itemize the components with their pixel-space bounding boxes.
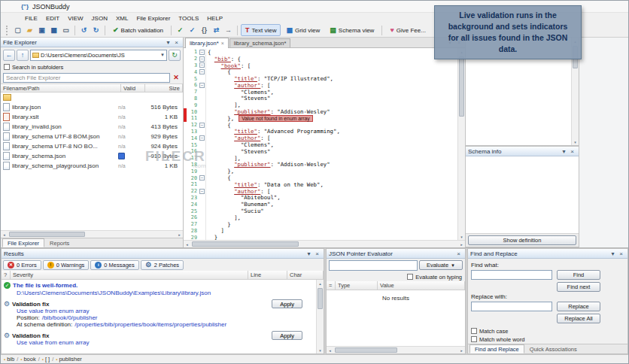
find-button[interactable]: Find xyxy=(557,270,600,280)
scroll-thumb[interactable] xyxy=(335,347,397,353)
fold-collapse-icon[interactable]: − xyxy=(199,56,205,62)
editor-line-23[interactable]: 23 "Abiteboul", xyxy=(184,195,457,202)
patches-filter-button[interactable]: ⚙2 Patches xyxy=(141,260,184,270)
redo-icon[interactable]: ↻ xyxy=(90,25,102,36)
open-file-icon[interactable]: ▰ xyxy=(24,25,35,36)
menu-file-explorer[interactable]: File Explorer xyxy=(132,14,174,23)
editor-line-11[interactable]: 11 },Value not found in enum array xyxy=(184,115,457,122)
search-input[interactable] xyxy=(3,73,170,83)
find-next-button[interactable]: Find next xyxy=(557,282,600,292)
back-button[interactable]: ← xyxy=(3,50,15,61)
json-pointer-input[interactable] xyxy=(329,260,418,271)
breadcrumb-segment[interactable]: ▪bib xyxy=(4,356,14,362)
close-icon[interactable]: × xyxy=(313,250,321,257)
result-file-path[interactable]: D:\Users\Clemens\Documents\JSONBuddy\Exa… xyxy=(17,290,211,296)
menu-json[interactable]: JSON xyxy=(88,14,111,23)
editor-line-21[interactable]: 21 "title": "Data on the Web", xyxy=(184,181,457,188)
fold-collapse-icon[interactable]: − xyxy=(199,189,205,194)
editor-line-15[interactable]: 15 "Clemens", xyxy=(184,141,457,148)
find-replace-header[interactable]: Find and Replace ▾ × xyxy=(468,249,627,259)
file-row[interactable]: library_schema UTF-8 NO BO...n/a924 Byte… xyxy=(1,141,183,151)
file-row[interactable]: library_schema.json910 Bytes xyxy=(1,151,183,161)
chevron-down-icon[interactable]: ▾ xyxy=(305,250,313,257)
editor-line-10[interactable]: 10 "publisher": "Addison-Wesley" xyxy=(184,108,457,115)
errors-filter-button[interactable]: ✕0 Errors xyxy=(3,260,41,270)
print-icon[interactable]: ▭ xyxy=(60,25,71,36)
scroll-thumb[interactable] xyxy=(9,232,85,237)
editor-line-4[interactable]: 4− { xyxy=(184,68,457,75)
fix-action[interactable]: Use value from enum array xyxy=(17,339,89,346)
check-well-formed-icon[interactable]: ✓ xyxy=(187,25,198,36)
menu-view[interactable]: VIEW xyxy=(64,14,87,23)
option-match-case[interactable]: Match case xyxy=(471,327,624,335)
validation-error-message[interactable]: Value not found in enum array xyxy=(239,115,313,122)
scroll-right-icon[interactable]: ▸ xyxy=(176,231,183,238)
results-column-char[interactable]: Char xyxy=(287,271,324,279)
fold-collapse-icon[interactable]: − xyxy=(199,50,205,55)
evaluator-column-type[interactable]: Type xyxy=(336,281,378,290)
results-column-severity[interactable]: Severity xyxy=(11,271,248,279)
menu-help[interactable]: HELP xyxy=(203,14,226,23)
option-match-whole-word[interactable]: Match whole word xyxy=(471,335,624,343)
tab-find-and-replace[interactable]: Find and Replace xyxy=(469,344,524,353)
fix-action[interactable]: Use value from enum array xyxy=(17,308,89,314)
replace-all-button[interactable]: Replace All xyxy=(557,314,600,323)
evaluator-column-value[interactable]: Value xyxy=(378,281,465,290)
replace-button[interactable]: Replace xyxy=(557,302,600,311)
apply-fix-button[interactable]: Apply xyxy=(272,299,302,308)
checkbox-icon[interactable] xyxy=(4,64,10,70)
json-pointer-icon[interactable]: → xyxy=(223,25,234,36)
warnings-filter-button[interactable]: !0 Warnings xyxy=(43,260,90,270)
menu-edit[interactable]: EDIT xyxy=(42,14,63,23)
file-list-hscrollbar[interactable]: ◂ ▸ xyxy=(1,230,183,238)
editor-tab-library-json[interactable]: library.json*× xyxy=(185,38,229,48)
results-header[interactable]: Results ▾ × xyxy=(2,249,324,259)
editor-line-29[interactable]: 29 } xyxy=(184,234,457,240)
schema-view-button[interactable]: ▤Schema view xyxy=(325,24,378,36)
path-combobox[interactable]: D:\Users\Clemens\Documents\JS ▼ xyxy=(30,50,167,61)
schema-icon[interactable]: {} xyxy=(199,25,210,36)
tab-quick-associations[interactable]: Quick Associations xyxy=(524,344,582,353)
editor-hscrollbar[interactable]: ◂ ▸ xyxy=(184,240,465,247)
scroll-down-icon[interactable]: ▾ xyxy=(572,138,579,145)
search-subfolders-option[interactable]: Search in subfolders xyxy=(1,62,183,71)
editor-line-3[interactable]: 3− "book": [ xyxy=(184,62,457,69)
grid-view-button[interactable]: ▦Grid view xyxy=(281,24,324,36)
file-explorer-header[interactable]: File Explorer ▾ × xyxy=(1,38,183,47)
checkbox-icon[interactable] xyxy=(471,328,477,334)
close-icon[interactable]: × xyxy=(617,250,625,257)
fold-collapse-icon[interactable]: − xyxy=(199,62,205,68)
scroll-thumb[interactable] xyxy=(318,288,323,309)
editor-line-2[interactable]: 2− "bib": { xyxy=(184,56,457,62)
fold-collapse-icon[interactable]: − xyxy=(199,175,205,180)
editor-line-28[interactable]: 28 ] xyxy=(184,228,457,235)
editor-line-13[interactable]: 13 "title": "Advanced Programming", xyxy=(184,129,457,135)
chevron-down-icon[interactable]: ▾ xyxy=(609,250,617,257)
refresh-button[interactable]: ↻ xyxy=(169,50,181,61)
fix-schema-value[interactable]: /properties/bib/properties/book/items/pr… xyxy=(74,321,226,328)
close-icon[interactable]: × xyxy=(454,250,463,257)
file-row[interactable]: library.xsltn/a1 KB xyxy=(1,112,183,122)
results-column-item[interactable]: ? xyxy=(2,271,11,279)
fix-position-value[interactable]: /bib/book/0/publisher xyxy=(42,314,98,321)
results-column-line[interactable]: Line xyxy=(248,271,287,279)
tab-reports[interactable]: Reports xyxy=(44,238,74,247)
file-row[interactable]: library_schema_playground.jsonn/a1 KB xyxy=(1,161,183,171)
scroll-right-icon[interactable]: ▸ xyxy=(458,347,465,353)
scroll-down-icon[interactable]: ▾ xyxy=(458,233,465,240)
menu-file[interactable]: FILE xyxy=(21,14,41,23)
find-input[interactable] xyxy=(471,270,552,280)
undo-icon[interactable]: ↺ xyxy=(78,25,90,36)
file-row[interactable]: library.jsonn/a516 Bytes xyxy=(1,102,183,112)
fold-collapse-icon[interactable]: − xyxy=(199,135,205,141)
editor-line-9[interactable]: 9 ], xyxy=(184,102,457,108)
convert-icon[interactable]: ⇄ xyxy=(211,25,222,36)
close-icon[interactable]: × xyxy=(568,148,576,155)
editor-line-1[interactable]: 1−{ xyxy=(184,49,457,56)
results-vscrollbar[interactable]: ▴ ▾ xyxy=(316,280,324,353)
fold-collapse-icon[interactable]: − xyxy=(199,83,205,88)
validate-icon[interactable]: ✓ xyxy=(175,25,186,36)
evaluate-button[interactable]: Evaluate ▼ xyxy=(419,260,463,270)
fold-collapse-icon[interactable]: − xyxy=(199,123,205,128)
editor-tab-library-schema-json[interactable]: library_schema.json* xyxy=(229,38,291,47)
